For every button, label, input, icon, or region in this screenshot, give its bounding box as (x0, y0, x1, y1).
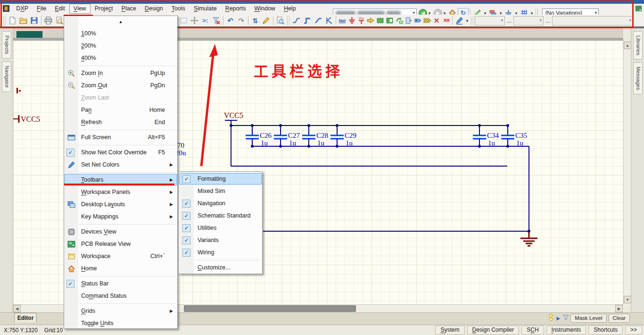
scroll-up-button[interactable]: ▲ (624, 42, 631, 49)
menu-item-desktop-layouts[interactable]: Desktop Layouts▶ (64, 198, 177, 210)
move-updown-button[interactable]: ⇅ (250, 16, 261, 26)
menu-project[interactable]: Project (91, 4, 117, 14)
menu-item-zoom-in[interactable]: Zoom InPgUp (64, 67, 177, 79)
dxp-logo-icon[interactable] (3, 5, 9, 12)
place-signal-harness-button[interactable] (323, 16, 334, 26)
menu-help[interactable]: Help (280, 4, 300, 14)
place-ic-component-button[interactable] (375, 16, 385, 26)
menu-item-show-net-color-override[interactable]: ✓Show Net Color OverrideF5 (64, 146, 177, 159)
submenu-item-formatting[interactable]: ✓Formatting (179, 173, 262, 185)
find-similar-button[interactable] (275, 16, 286, 26)
place-gnd-port-button[interactable] (347, 16, 356, 26)
panel-tab-projects[interactable]: Projects (2, 31, 11, 59)
mask-level-button[interactable]: Mask Level (570, 314, 606, 323)
menu-item-set-net-colors[interactable]: Set Net Colors▶ (64, 159, 177, 171)
status-button-shortcuts[interactable]: Shortcuts (588, 326, 623, 335)
clear-filter-button[interactable] (211, 16, 222, 26)
play-filter-icon[interactable]: ▶ (555, 316, 561, 321)
ellipsis-button[interactable]: ... (545, 17, 550, 24)
menu-item-100[interactable]: 100% (64, 27, 177, 40)
place-sheet-entry-button[interactable] (404, 16, 413, 26)
menu-item-toggle-units[interactable]: Toggle Units (64, 317, 177, 329)
place-part-button[interactable] (366, 16, 375, 26)
menu-item-zoom-out[interactable]: Zoom OutPgDn (64, 79, 177, 92)
menu-view[interactable]: View (69, 4, 91, 14)
menu-item-home[interactable]: Home (64, 262, 177, 275)
submenu-item-utilities[interactable]: ✓Utilities (179, 222, 262, 234)
delete-xx-button[interactable]: ✕✕ (441, 16, 451, 26)
new-document-button[interactable] (7, 16, 18, 26)
menu-item-200[interactable]: 200% (64, 40, 177, 52)
menu-item-command-status[interactable]: Command Status (64, 290, 177, 302)
snap-objects-button[interactable]: >: (200, 16, 211, 26)
place-vcc-port-button[interactable]: Vcc (356, 16, 366, 26)
panel-tab-libraries[interactable]: Libraries (633, 31, 643, 59)
save-document-button[interactable] (29, 16, 40, 26)
scroll-right-button[interactable]: ▶ (615, 305, 623, 312)
panel-tab-messages[interactable]: Messages (633, 62, 643, 94)
menu-place[interactable]: Place (117, 4, 140, 14)
capacitor[interactable]: C281u (302, 124, 328, 148)
menu-item-zoom-last[interactable]: Zoom Last (64, 92, 177, 104)
format-combo-1[interactable] (475, 16, 505, 25)
capacitor[interactable]: C351u (501, 124, 527, 148)
toolbar-grip[interactable] (3, 16, 6, 25)
pencil-color-dropdown[interactable]: ▾ (465, 18, 470, 23)
print-button[interactable] (43, 16, 54, 26)
menu-item-grids[interactable]: Grids▶ (64, 305, 177, 317)
pencil-color-button[interactable] (454, 16, 465, 26)
vcc-power-port-main[interactable]: VCC5 (224, 111, 243, 119)
select-area-button[interactable] (178, 16, 189, 26)
vcc-power-port-left[interactable]: VCC5 (13, 88, 40, 123)
scroll-left-button[interactable]: ◀ (13, 305, 21, 312)
menu-tools[interactable]: Tools (167, 4, 190, 14)
editor-tab[interactable]: Editor (14, 313, 37, 322)
place-wire-button[interactable] (291, 16, 302, 26)
submenu-item-mixed-sim[interactable]: Mixed Sim (179, 185, 262, 197)
menu-dxp[interactable]: DXP (12, 4, 33, 14)
brush-format-button[interactable] (261, 16, 272, 26)
panel-tab-navigator[interactable]: Navigator (2, 61, 11, 92)
filter-icon[interactable] (563, 314, 569, 322)
place-sheet-from-file-button[interactable] (394, 16, 404, 26)
menu-item-status-bar[interactable]: ✓Status Bar (64, 277, 177, 290)
gnd-power-port[interactable] (520, 231, 537, 246)
status-button-system[interactable]: System (435, 326, 464, 335)
menu-item-devices-view[interactable]: Devices View (64, 226, 177, 238)
toolbar-grip[interactable] (471, 16, 473, 25)
status-button-design-compiler[interactable]: Design Compiler (467, 326, 520, 335)
submenu-item-customize[interactable]: Customize... (179, 261, 262, 274)
menu-item-toolbars[interactable]: Toolbars▶ (64, 174, 177, 186)
selection-memory-icon[interactable] (548, 314, 553, 323)
format-combo-3[interactable] (552, 16, 633, 25)
menu-item-workspace[interactable]: WorkspaceCtrl+` (64, 250, 177, 262)
capacitor[interactable]: C291u (330, 124, 356, 148)
menu-edit[interactable]: Edit (50, 4, 69, 14)
submenu-item-wiring[interactable]: ✓Wiring (179, 246, 262, 259)
capacitor[interactable]: C261u (246, 124, 272, 148)
print-preview-button[interactable] (54, 16, 65, 26)
menu-scroll-up[interactable]: ▲ (64, 16, 177, 27)
horizontal-scroll-thumb[interactable] (184, 305, 356, 312)
menu-item-full-screen[interactable]: Full ScreenAlt+F5 (64, 131, 177, 143)
menu-item-pcb-release-view[interactable]: PCB Release View (64, 238, 177, 250)
capacitor[interactable]: C271u (274, 124, 300, 148)
submenu-item-schematic-standard[interactable]: ✓Schematic Standard (179, 209, 262, 222)
place-device-sheet-button[interactable]: D1 (422, 16, 432, 26)
submenu-item-variants[interactable]: ✓Variants (179, 234, 262, 246)
place-net-label-button[interactable]: Net (338, 16, 347, 26)
status-button-sch[interactable]: SCH (521, 326, 544, 335)
place-port-button[interactable] (413, 16, 422, 26)
capacitor[interactable]: C341u (473, 124, 499, 148)
clear-button[interactable]: Clear (609, 314, 630, 323)
menu-item-pan[interactable]: PanHome (64, 104, 177, 116)
menu-item-400[interactable]: 400% (64, 52, 177, 64)
pcb-document-icon[interactable] (636, 5, 643, 12)
menu-design[interactable]: Design (140, 4, 167, 14)
ellipsis-button[interactable]: ... (507, 17, 512, 24)
place-bus-button[interactable] (302, 16, 313, 26)
open-document-button[interactable] (18, 16, 29, 26)
menu-item-key-mappings[interactable]: Key Mappings▶ (64, 210, 177, 223)
toolbar-grip[interactable] (287, 16, 289, 25)
menu-reports[interactable]: Reports (221, 4, 250, 14)
